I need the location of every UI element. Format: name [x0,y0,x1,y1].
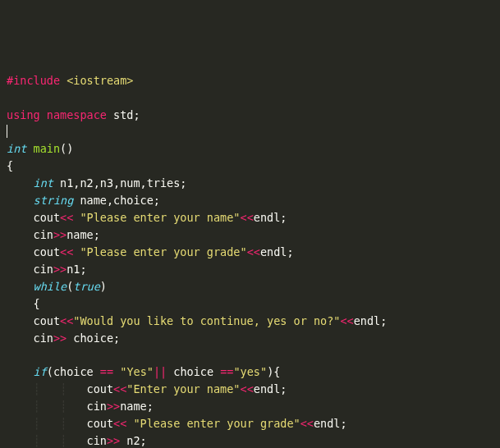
code-line: string name,choice; [7,194,160,207]
cursor-line [7,125,7,138]
code-line: ┊ ┊ cout<<"Enter your name"<<endl; [7,382,287,395]
code-line: int main() [7,142,73,155]
text-cursor [7,125,7,138]
code-line: cout<< "Please enter your name"<<endl; [7,211,287,224]
code-line: #include <iostream> [7,74,133,87]
code-editor[interactable]: #include <iostream> using namespace std;… [7,72,493,448]
code-line: while(true) [7,280,107,293]
code-line: cin>>name; [7,228,100,241]
code-line: cout<< "Please enter your grade"<<endl; [7,245,294,258]
code-line: ┊ ┊ cout<< "Please enter your grade"<<en… [7,417,347,430]
preproc: #include [7,74,60,87]
code-line: { [7,159,13,172]
code-line: int n1,n2,n3,num,tries; [7,176,187,190]
code-line: using namespace std; [7,108,140,121]
code-line: cin>>n1; [7,263,87,276]
code-line: cout<<"Would you like to continue, yes o… [7,314,387,327]
code-line: cin>> choice; [7,331,120,345]
code-line: if(choice == "Yes"|| choice =="yes"){ [7,365,280,378]
code-line: { [7,297,40,310]
main-func: main [34,142,61,155]
code-line: ┊ ┊ cin>> n2; [7,434,147,447]
include-lib: <iostream> [67,74,133,87]
code-line: ┊ ┊ cin>>name; [7,400,154,413]
